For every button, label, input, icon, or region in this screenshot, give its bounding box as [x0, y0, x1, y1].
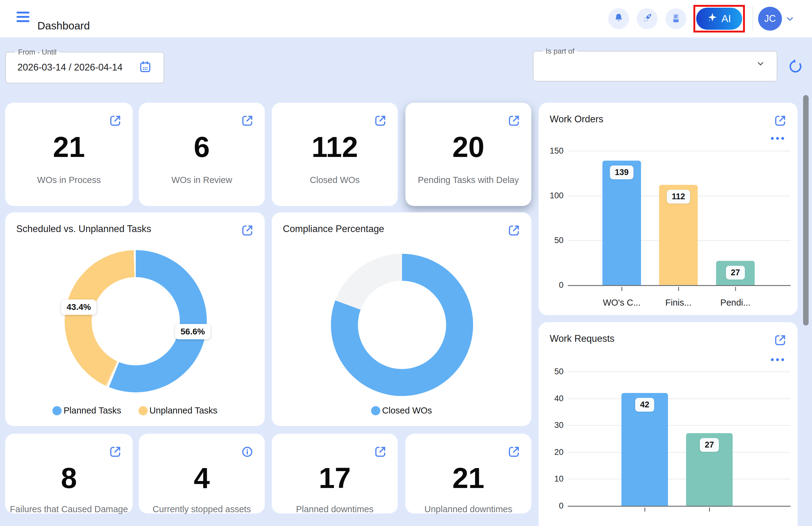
- notifications-button[interactable]: [608, 8, 629, 29]
- donut-slice-label: 56.6%: [175, 324, 210, 339]
- legend-dot: [371, 406, 380, 415]
- chart-menu-icon[interactable]: [771, 137, 784, 140]
- external-link-icon[interactable]: [507, 224, 521, 239]
- refresh-icon: [787, 71, 804, 76]
- chart-legend: Planned TasksUnplanned Tasks: [5, 406, 265, 416]
- kpi-value: 20: [405, 133, 531, 161]
- vertical-scrollbar-thumb[interactable]: [803, 95, 809, 326]
- y-axis-tick-label: 10: [539, 474, 564, 484]
- kpi-value: 6: [139, 133, 265, 161]
- annotation-highlight-box: AI: [693, 5, 745, 32]
- external-link-icon[interactable]: [373, 114, 387, 129]
- y-axis-tick-label: 30: [539, 421, 564, 430]
- kpi-label: WOs in Process: [5, 175, 133, 185]
- donut-hole: [358, 281, 446, 369]
- external-link-icon[interactable]: [108, 445, 122, 460]
- gridline: [568, 425, 791, 426]
- page-title: Dashboard: [38, 19, 90, 32]
- donut-chart[interactable]: [65, 250, 207, 392]
- refresh-button[interactable]: [786, 58, 804, 76]
- dashboard-page: Dashboard: [0, 0, 812, 526]
- external-link-icon[interactable]: [373, 445, 387, 460]
- external-link-icon[interactable]: [773, 333, 787, 349]
- kpi-card-currently-stopped-assets[interactable]: 4 Currently stopped assets: [139, 434, 265, 513]
- external-link-icon[interactable]: [773, 114, 787, 129]
- legend-item: Planned Tasks: [53, 406, 121, 416]
- y-axis-tick-label: 0: [539, 501, 564, 511]
- kpi-card-planned-downtimes[interactable]: 17 Planned downtimes: [272, 434, 398, 513]
- kpi-card-unplanned-downtimes[interactable]: 21 Unplanned downtimes: [405, 434, 531, 513]
- chart-title: Scheduled vs. Unplanned Tasks: [16, 224, 151, 234]
- kpi-card-closed-wos[interactable]: 112 Closed WOs: [272, 103, 398, 206]
- legend-label: Unplanned Tasks: [149, 406, 218, 416]
- chart-menu-icon[interactable]: [771, 358, 784, 361]
- legend-label: Closed WOs: [382, 406, 432, 416]
- work-requests-chart-card: Work Requests 010203040504227: [539, 322, 798, 526]
- calendar-icon[interactable]: [139, 60, 152, 75]
- external-link-icon[interactable]: [507, 114, 521, 129]
- kpi-label: Closed WOs: [272, 175, 398, 185]
- kpi-value: 21: [5, 133, 133, 161]
- dropdown-chevron-down-icon[interactable]: [756, 59, 765, 70]
- rocket-icon: [641, 12, 653, 25]
- docs-button[interactable]: [666, 8, 686, 29]
- is-part-of-label: Is part of: [543, 47, 577, 56]
- kpi-card-pending-tasks-with-delay[interactable]: 20 Pending Tasks with Delay: [405, 103, 531, 206]
- kpi-label: Planned downtimes: [272, 504, 398, 514]
- y-axis-tick-label: 50: [539, 236, 564, 245]
- avatar[interactable]: JC: [758, 7, 782, 31]
- hamburger-menu-icon[interactable]: [16, 12, 29, 26]
- x-axis-tick: [644, 508, 645, 512]
- donut-chart[interactable]: [331, 254, 473, 396]
- kpi-card-wos-in-process[interactable]: 21 WOs in Process: [5, 103, 133, 206]
- gridline: [568, 452, 791, 453]
- kpi-value: 4: [139, 464, 265, 493]
- whats-new-button[interactable]: [637, 8, 657, 29]
- y-axis-tick-label: 40: [539, 394, 564, 403]
- top-bar: Dashboard: [0, 0, 812, 38]
- bar-value-label: 27: [700, 438, 719, 452]
- ai-button-label: AI: [721, 13, 731, 25]
- gridline: [568, 151, 791, 152]
- kpi-label: Pending Tasks with Delay: [405, 175, 531, 185]
- kpi-card-failures-caused-damage[interactable]: 8 Failures that Caused Damage: [5, 434, 133, 513]
- sparkle-icon: [707, 12, 717, 25]
- y-axis-tick-label: 50: [539, 367, 564, 376]
- chart-legend: Closed WOs: [272, 406, 531, 416]
- info-icon[interactable]: [240, 445, 254, 460]
- kpi-value: 112: [272, 133, 398, 161]
- kpi-card-wos-in-review[interactable]: 6 WOs in Review: [139, 103, 265, 206]
- kpi-value: 21: [405, 464, 531, 493]
- bar-value-label: 139: [610, 166, 633, 179]
- x-axis-tick: [735, 287, 736, 291]
- legend-item: Unplanned Tasks: [139, 406, 218, 416]
- external-link-icon[interactable]: [507, 445, 521, 460]
- chart-title: Work Orders: [550, 114, 603, 125]
- chart-title: Work Requests: [550, 333, 614, 344]
- legend-item: Closed WOs: [371, 406, 432, 416]
- kpi-label: Currently stopped assets: [139, 504, 265, 514]
- kpi-label: Unplanned downtimes: [405, 504, 531, 514]
- kpi-label: WOs in Review: [139, 175, 265, 185]
- donut-slice-label: 43.4%: [61, 299, 96, 315]
- external-link-icon[interactable]: [240, 224, 254, 239]
- legend-label: Planned Tasks: [63, 406, 121, 416]
- external-link-icon[interactable]: [240, 114, 254, 129]
- date-range-value: 2026-03-14 / 2026-04-14: [17, 62, 122, 73]
- y-axis-tick-label: 0: [539, 281, 564, 290]
- gridline: [568, 371, 791, 372]
- external-link-icon[interactable]: [108, 114, 122, 129]
- x-axis-tick: [678, 287, 679, 291]
- work-orders-chart-card: Work Orders 050100150139WO's C...112Fini…: [539, 103, 798, 315]
- account-chevron-down-icon[interactable]: [785, 14, 795, 25]
- bar-value-label: 42: [635, 398, 654, 412]
- x-axis-line: [568, 506, 791, 507]
- y-axis-tick-label: 150: [539, 146, 564, 156]
- ai-assistant-button[interactable]: AI: [696, 8, 742, 30]
- legend-dot: [139, 406, 148, 415]
- bell-icon: [613, 12, 624, 25]
- x-axis-tick: [621, 287, 622, 291]
- date-range-field[interactable]: From - Until 2026-03-14 / 2026-04-14: [5, 48, 164, 83]
- is-part-of-field[interactable]: Is part of: [533, 47, 778, 82]
- compliance-percentage-chart-card: Compliance Percentage 80.6% Closed WOs: [272, 212, 531, 426]
